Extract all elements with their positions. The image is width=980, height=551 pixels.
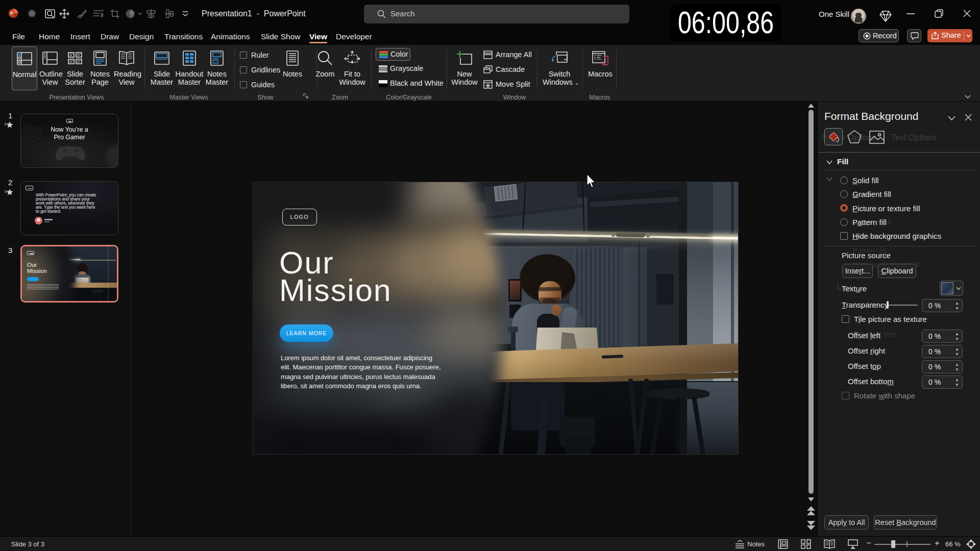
svg-text:P: P — [10, 11, 13, 16]
